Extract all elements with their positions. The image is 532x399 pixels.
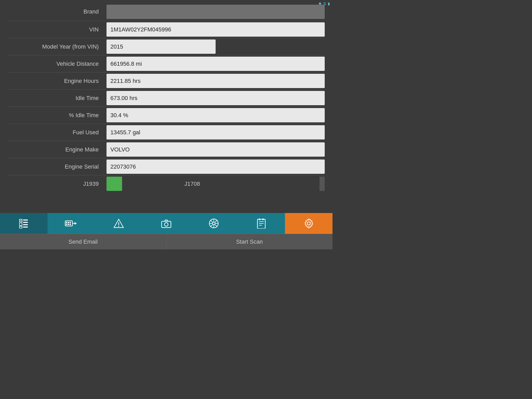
idle-time-row: Idle Time 673.00 hrs: [0, 90, 332, 107]
connect-icon: [65, 218, 78, 229]
idle-time-value: 673.00 hrs: [107, 91, 325, 105]
warning-icon: [114, 218, 124, 229]
brand-label: Brand: [8, 8, 107, 15]
svg-rect-6: [19, 223, 22, 225]
nav-wheels-button[interactable]: [190, 213, 237, 234]
brand-value: [107, 5, 325, 19]
svg-point-21: [164, 223, 168, 226]
nav-list-button[interactable]: [0, 213, 48, 234]
start-scan-button[interactable]: Start Scan: [166, 234, 333, 249]
j1708-label: J1708: [184, 181, 200, 187]
svg-rect-36: [259, 219, 260, 220]
protocol-row: J1939 J1708: [0, 175, 332, 192]
j1939-toggle[interactable]: [107, 177, 122, 191]
svg-point-23: [212, 222, 215, 225]
svg-line-28: [210, 220, 213, 222]
vehicle-distance-row: Vehicle Distance 661956.8 mi: [0, 55, 332, 72]
svg-rect-1: [23, 222, 28, 223]
engine-serial-value: 22073076: [107, 159, 325, 174]
svg-rect-9: [66, 222, 67, 223]
protocol-scrollbar: [320, 177, 325, 191]
fuel-used-label: Fuel Used: [8, 129, 107, 136]
svg-rect-13: [68, 224, 69, 225]
action-bar: Send Email Start Scan: [0, 234, 332, 249]
nav-connect-button[interactable]: [48, 213, 95, 234]
fuel-used-row: Fuel Used 13455.7 gal: [0, 124, 332, 141]
settings-icon: [304, 218, 314, 229]
engine-make-value: VOLVO: [107, 142, 325, 157]
idle-time-label: Idle Time: [8, 95, 107, 102]
pct-idle-time-label: % Idle Time: [8, 112, 107, 119]
svg-line-30: [215, 220, 217, 222]
svg-point-19: [118, 226, 119, 227]
svg-rect-32: [257, 219, 265, 229]
main-content: Brand VIN 1M1AW02Y2FM045996 Model Year (…: [0, 0, 332, 223]
camera-icon: [161, 218, 171, 229]
vin-value: 1M1AW02Y2FM045996: [107, 22, 325, 37]
svg-rect-10: [68, 222, 69, 223]
j1939-label: J1939: [8, 181, 107, 187]
model-year-label: Model Year (from VIN): [8, 43, 107, 50]
engine-hours-row: Engine Hours 2211.85 hrs: [0, 72, 332, 89]
nav-camera-button[interactable]: [143, 213, 190, 234]
engine-serial-row: Engine Serial 22073076: [0, 158, 332, 175]
svg-rect-8: [65, 221, 72, 226]
pct-idle-time-row: % Idle Time 30.4 %: [0, 107, 332, 124]
svg-rect-7: [19, 226, 22, 228]
vehicle-distance-value: 661956.8 mi: [107, 57, 325, 71]
engine-hours-value: 2211.85 hrs: [107, 74, 325, 88]
brand-row: Brand: [0, 3, 332, 21]
engine-serial-label: Engine Serial: [8, 163, 107, 170]
pct-idle-time-value: 30.4 %: [107, 108, 325, 122]
svg-rect-14: [70, 224, 71, 225]
nav-bar: [0, 213, 332, 234]
engine-hours-label: Engine Hours: [8, 78, 107, 84]
svg-rect-37: [262, 219, 264, 220]
protocol-controls: J1708: [107, 177, 325, 191]
svg-marker-16: [75, 222, 77, 225]
svg-rect-2: [23, 224, 28, 225]
engine-make-label: Engine Make: [8, 146, 107, 153]
svg-rect-0: [23, 220, 28, 221]
svg-line-31: [210, 225, 213, 227]
notes-icon: [256, 218, 267, 229]
svg-line-29: [215, 225, 217, 227]
nav-warning-button[interactable]: [95, 213, 143, 234]
nav-settings-button[interactable]: [285, 213, 332, 234]
engine-make-row: Engine Make VOLVO: [0, 141, 332, 158]
svg-rect-3: [23, 227, 28, 228]
fuel-used-value: 13455.7 gal: [107, 125, 325, 139]
list-icon: [18, 218, 29, 229]
vin-row: VIN 1M1AW02Y2FM045996: [0, 21, 332, 38]
vehicle-distance-label: Vehicle Distance: [8, 61, 107, 67]
vin-label: VIN: [8, 26, 107, 33]
model-year-value: 2015: [107, 39, 216, 54]
model-year-row: Model Year (from VIN) 2015: [0, 38, 332, 55]
nav-notes-button[interactable]: [237, 213, 285, 234]
svg-rect-20: [162, 221, 171, 228]
send-email-button[interactable]: Send Email: [0, 234, 166, 249]
wheels-icon: [209, 218, 219, 229]
svg-rect-12: [66, 224, 67, 225]
svg-rect-11: [70, 222, 71, 223]
svg-point-38: [307, 222, 310, 225]
